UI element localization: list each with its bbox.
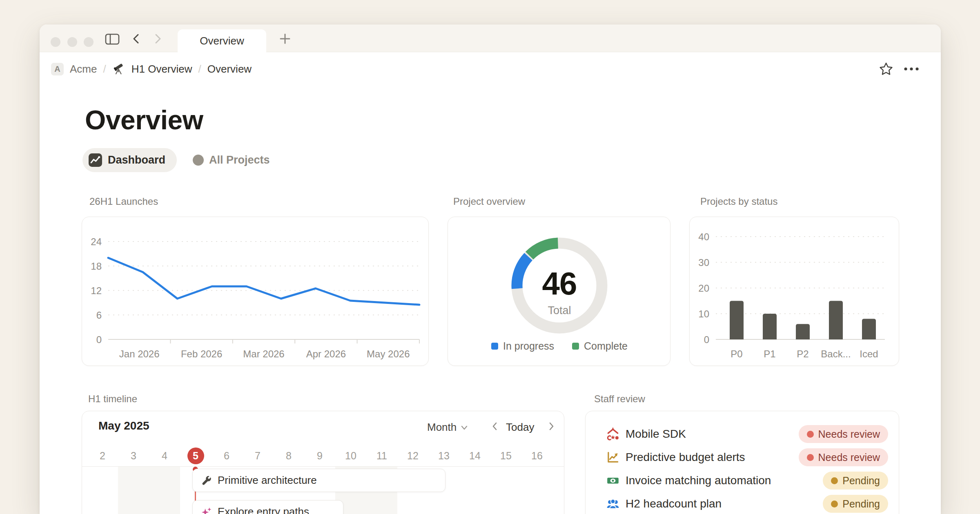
status-badge-pending: Pending (823, 495, 888, 513)
review-row-invoice-matching[interactable]: Invoice matching automation Pending (586, 469, 899, 492)
status-badge-needs-review: Needs review (799, 448, 888, 466)
timeline-prev-icon[interactable] (490, 420, 500, 432)
donut-total-label: Total (448, 304, 671, 317)
status-badge-needs-review: Needs review (799, 425, 888, 443)
day-cell[interactable]: 16 (521, 445, 552, 466)
timeline-next-icon[interactable] (546, 420, 557, 432)
breadcrumb-item-h1-overview[interactable]: H1 Overview (131, 63, 192, 75)
legend-label: In progress (503, 340, 554, 352)
svg-text:24: 24 (91, 236, 102, 247)
svg-text:30: 30 (698, 257, 709, 268)
donut-chart-card[interactable]: 46 Total In progress Complete (448, 217, 670, 366)
breadcrumb-item-overview[interactable]: Overview (207, 63, 252, 75)
chevron-down-icon (460, 423, 469, 432)
view-mode-label: Month (427, 421, 457, 434)
browser-tab-overview[interactable]: Overview (178, 29, 266, 52)
banknote-icon (606, 474, 620, 487)
day-cell[interactable]: 10 (335, 445, 366, 466)
tab-dashboard[interactable]: Dashboard (82, 148, 177, 172)
tab-all-projects[interactable]: All Projects (193, 148, 270, 172)
people-icon (606, 497, 620, 511)
breadcrumb: A Acme / H1 Overview / Overview (40, 52, 941, 86)
donut-legend: In progress Complete (448, 340, 671, 352)
donut-center: 46 Total (448, 268, 671, 317)
sidebar-toggle-icon[interactable] (104, 33, 120, 45)
tab-title: Overview (200, 35, 244, 47)
status-label: Pending (842, 498, 880, 510)
line-chart-card[interactable]: 24181260Jan 2026Feb 2026Mar 2026Apr 2026… (82, 217, 429, 366)
favorite-star-icon[interactable] (879, 52, 893, 86)
status-label: Needs review (818, 428, 880, 440)
day-cell[interactable]: 15 (490, 445, 521, 466)
sparkles-icon (201, 506, 212, 514)
day-cell[interactable]: 7 (242, 445, 273, 466)
review-row-h2-headcount[interactable]: H2 headcount plan Pending (586, 492, 899, 514)
widget-title-timeline: H1 timeline (88, 393, 137, 405)
status-label: Pending (842, 475, 880, 487)
day-cell-today[interactable]: 5 (180, 445, 211, 466)
review-row-mobile-sdk[interactable]: Mobile SDK Needs review (586, 422, 899, 445)
line-chart: 24181260Jan 2026Feb 2026Mar 2026Apr 2026… (82, 217, 428, 368)
breadcrumb-separator: / (103, 63, 106, 75)
window-control-close[interactable] (51, 37, 60, 47)
bar-chart: 403020100P0P1P2Back...Iced (690, 217, 899, 368)
nav-forward-icon[interactable] (151, 33, 164, 45)
svg-text:Jan 2026: Jan 2026 (119, 348, 160, 359)
day-cell[interactable]: 13 (428, 445, 459, 466)
svg-text:Iced: Iced (860, 348, 878, 359)
timeline-view-mode-select[interactable]: Month (427, 421, 469, 434)
day-cell[interactable]: 12 (397, 445, 428, 466)
svg-text:20: 20 (698, 283, 709, 294)
svg-text:Apr 2026: Apr 2026 (306, 348, 346, 359)
timeline-today-button[interactable]: Today (506, 421, 534, 434)
donut-total-value: 46 (448, 268, 671, 299)
timeline-card[interactable]: May 2025 Month Today 2345678910111213141… (82, 411, 564, 514)
window-control-minimize[interactable] (67, 37, 77, 47)
workspace-badge[interactable]: A (51, 63, 64, 75)
day-cell[interactable]: 11 (366, 445, 397, 466)
day-cell[interactable]: 8 (273, 445, 304, 466)
timeline-header: May 2025 Month Today (82, 411, 564, 436)
svg-text:40: 40 (698, 231, 709, 242)
review-title: Invoice matching automation (626, 474, 771, 487)
all-projects-icon (193, 155, 204, 166)
breadcrumb-separator: / (198, 63, 201, 75)
day-cell[interactable]: 2 (87, 445, 118, 466)
window-control-zoom[interactable] (84, 37, 94, 47)
review-row-predictive-budget-alerts[interactable]: Predictive budget alerts Needs review (586, 445, 899, 469)
status-label: Needs review (818, 452, 880, 463)
svg-text:P1: P1 (764, 348, 775, 359)
svg-text:P0: P0 (731, 348, 742, 359)
review-title: Predictive budget alerts (626, 451, 745, 464)
svg-text:18: 18 (91, 261, 102, 272)
more-options-icon[interactable] (903, 52, 920, 86)
tab-dashboard-label: Dashboard (108, 154, 165, 166)
carousel-drone-icon (606, 427, 620, 441)
svg-text:P2: P2 (797, 348, 808, 359)
svg-text:Feb 2026: Feb 2026 (181, 348, 222, 359)
svg-text:12: 12 (91, 285, 102, 296)
legend-label: Complete (584, 340, 628, 352)
day-cell[interactable]: 9 (304, 445, 335, 466)
nav-back-icon[interactable] (130, 33, 143, 45)
page-title: Overview (85, 104, 203, 135)
svg-text:Back...: Back... (821, 348, 851, 359)
status-dot (807, 454, 814, 461)
widget-title-launches: 26H1 Launches (89, 196, 158, 207)
review-title: Mobile SDK (626, 428, 686, 441)
timeline-event-explore-entry-paths[interactable]: Explore entry paths (192, 500, 343, 514)
staff-review-card[interactable]: Mobile SDK Needs review Predictive budge… (585, 411, 899, 514)
day-cell[interactable]: 3 (118, 445, 149, 466)
svg-text:6: 6 (96, 310, 102, 321)
day-cell[interactable]: 14 (459, 445, 490, 466)
bar-chart-card[interactable]: 403020100P0P1P2Back...Iced (689, 217, 899, 366)
day-cell[interactable]: 4 (149, 445, 180, 466)
review-title: H2 headcount plan (626, 497, 722, 510)
legend-swatch-green (572, 343, 579, 350)
new-tab-icon[interactable] (278, 31, 292, 46)
timeline-event-primitive-architecture[interactable]: Primitive architecture (192, 469, 445, 492)
svg-text:0: 0 (96, 334, 102, 345)
event-title: Explore entry paths (218, 505, 309, 514)
breadcrumb-item-acme[interactable]: Acme (70, 63, 97, 75)
day-cell[interactable]: 6 (211, 445, 242, 466)
